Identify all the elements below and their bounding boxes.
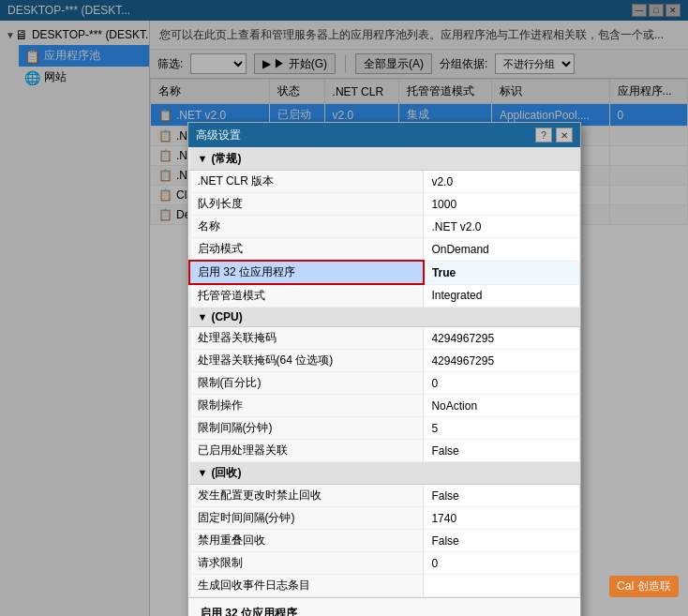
- watermark-text: CaI 创造联: [617, 579, 671, 593]
- settings-value: Integrated: [424, 284, 580, 308]
- settings-row[interactable]: 限制操作NoAction: [189, 395, 580, 417]
- settings-label: 发生配置更改时禁止回收: [189, 485, 424, 507]
- settings-label: 禁用重叠回收: [189, 530, 424, 552]
- settings-row[interactable]: 启用 32 位应用程序True: [189, 261, 580, 284]
- settings-value: .NET v2.0: [424, 216, 580, 238]
- modal-close-button[interactable]: ✕: [556, 128, 573, 143]
- settings-row[interactable]: 发生配置更改时禁止回收False: [189, 485, 580, 507]
- settings-label: 限制(百分比): [189, 372, 424, 395]
- settings-label: 生成回收事件日志条目: [189, 575, 424, 597]
- settings-row[interactable]: .NET CLR 版本v2.0: [189, 171, 580, 193]
- settings-value: 1740: [424, 507, 580, 530]
- settings-value: 4294967295: [424, 350, 580, 372]
- modal-controls: ? ✕: [535, 128, 573, 143]
- settings-value: False: [424, 530, 580, 552]
- settings-label: .NET CLR 版本: [189, 171, 424, 193]
- settings-row[interactable]: 生成回收事件日志条目: [189, 575, 580, 597]
- advanced-settings-modal: 高级设置 ? ✕ ▼(常规).NET CLR 版本v2.0队列长度1000名称.…: [187, 122, 581, 616]
- settings-label: 固定时间间隔(分钟): [189, 507, 424, 530]
- settings-label: 启用 32 位应用程序: [189, 261, 424, 284]
- settings-label: 启动模式: [189, 238, 424, 262]
- settings-row[interactable]: 启动模式OnDemand: [189, 238, 580, 262]
- modal-settings-content: ▼(常规).NET CLR 版本v2.0队列长度1000名称.NET v2.0启…: [188, 147, 580, 597]
- settings-label: 限制间隔(分钟): [189, 417, 424, 440]
- settings-label: 名称: [189, 216, 424, 238]
- settings-row[interactable]: 已启用处理器关联False: [189, 440, 580, 462]
- section-expand-icon[interactable]: ▼: [198, 467, 208, 478]
- watermark: CaI 创造联: [609, 576, 679, 597]
- modal-help-button[interactable]: ?: [535, 128, 552, 143]
- settings-row[interactable]: 限制间隔(分钟)5: [189, 417, 580, 440]
- settings-label: 已启用处理器关联: [189, 440, 424, 462]
- settings-label: 处理器关联掩码: [189, 327, 424, 350]
- settings-row[interactable]: 托管管道模式Integrated: [189, 284, 580, 308]
- settings-value: 0: [424, 372, 580, 395]
- modal-title: 高级设置: [196, 128, 535, 143]
- modal-titlebar: 高级设置 ? ✕: [188, 123, 580, 147]
- settings-label: 托管管道模式: [189, 284, 424, 308]
- settings-label: 队列长度: [189, 193, 424, 216]
- settings-value: False: [424, 485, 580, 507]
- settings-value: False: [424, 440, 580, 462]
- settings-label: 限制操作: [189, 395, 424, 417]
- settings-table: ▼(常规).NET CLR 版本v2.0队列长度1000名称.NET v2.0启…: [188, 147, 580, 597]
- settings-value: OnDemand: [424, 238, 580, 262]
- settings-value: 5: [424, 417, 580, 440]
- settings-label: 处理器关联掩码(64 位选项): [189, 350, 424, 372]
- settings-label: 请求限制: [189, 552, 424, 575]
- section-expand-icon[interactable]: ▼: [198, 311, 208, 323]
- section-header-row: ▼(CPU): [189, 308, 580, 327]
- settings-row[interactable]: 处理器关联掩码4294967295: [189, 327, 580, 350]
- settings-row[interactable]: 限制(百分比)0: [189, 372, 580, 395]
- settings-row[interactable]: 禁用重叠回收False: [189, 530, 580, 552]
- section-header-row: ▼(回收): [189, 462, 580, 485]
- section-name: (回收): [211, 466, 241, 479]
- section-name: (CPU): [211, 310, 242, 323]
- settings-value: [424, 575, 580, 597]
- settings-row[interactable]: 请求限制0: [189, 552, 580, 575]
- settings-row[interactable]: 处理器关联掩码(64 位选项)4294967295: [189, 350, 580, 372]
- settings-value: 1000: [424, 193, 580, 216]
- modal-overlay: 高级设置 ? ✕ ▼(常规).NET CLR 版本v2.0队列长度1000名称.…: [0, 0, 688, 616]
- description-box: 启用 32 位应用程序 [enable32BitAppOnWin64] 如果针对…: [188, 597, 580, 616]
- settings-value: v2.0: [424, 171, 580, 193]
- settings-row[interactable]: 名称.NET v2.0: [189, 216, 580, 238]
- settings-value: True: [424, 261, 580, 284]
- settings-row[interactable]: 固定时间间隔(分钟)1740: [189, 507, 580, 530]
- section-header-row: ▼(常规): [189, 148, 580, 171]
- settings-row[interactable]: 队列长度1000: [189, 193, 580, 216]
- settings-value: 0: [424, 552, 580, 575]
- section-expand-icon[interactable]: ▼: [198, 153, 208, 164]
- settings-value: 4294967295: [424, 327, 580, 350]
- section-name: (常规): [211, 152, 241, 165]
- desc-title: 启用 32 位应用程序: [200, 606, 569, 616]
- settings-value: NoAction: [424, 395, 580, 417]
